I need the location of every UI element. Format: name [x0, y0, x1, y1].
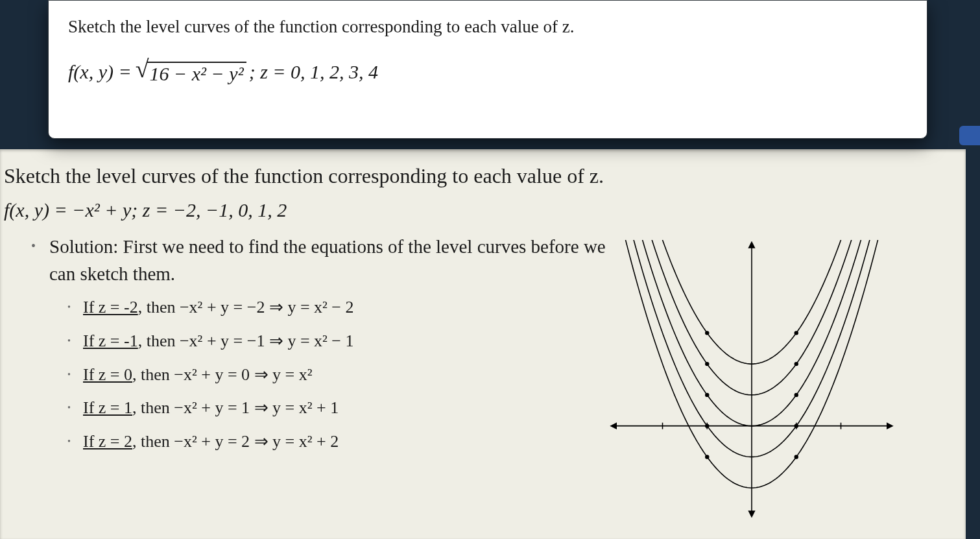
slide-prompt: Sketch the level curves of the function … [4, 162, 966, 190]
item-condition: If z = -2 [83, 298, 138, 317]
item-condition: If z = 2 [83, 432, 132, 451]
level-curve-item: If z = -1, then −x² + y = −1 ⇒ y = x² − … [67, 329, 615, 353]
question-card: Sketch the level curves of the function … [48, 0, 927, 139]
svg-point-15 [795, 331, 798, 335]
svg-point-12 [705, 362, 709, 366]
svg-point-13 [795, 362, 798, 366]
item-condition: If z = -1 [83, 331, 138, 350]
level-curve-item: If z = -2, then −x² + y = −2 ⇒ y = x² − … [67, 295, 615, 320]
level-curve-list: If z = -2, then −x² + y = −2 ⇒ y = x² − … [67, 295, 615, 453]
item-equation: , then −x² + y = 2 ⇒ y = x² + 2 [132, 432, 339, 451]
slide-body: Solution: First we need to find the equa… [31, 233, 615, 454]
solution-lead: Solution: First we need to find the equa… [31, 233, 615, 287]
svg-point-7 [795, 455, 798, 459]
item-equation: , then −x² + y = 0 ⇒ y = x² [132, 365, 313, 384]
item-condition: If z = 1 [83, 398, 132, 417]
sqrt-expression: √ 16 − x² − y² [136, 58, 246, 86]
item-equation: , then −x² + y = −1 ⇒ y = x² − 1 [138, 331, 354, 350]
item-equation: , then −x² + y = −2 ⇒ y = x² − 2 [138, 298, 354, 317]
parabola-diagram [609, 240, 894, 519]
item-equation: , then −x² + y = 1 ⇒ y = x² + 1 [132, 398, 339, 417]
item-condition: If z = 0 [83, 365, 132, 384]
svg-point-8 [705, 424, 709, 427]
question-prompt: Sketch the level curves of the function … [68, 15, 907, 38]
solution-slide: Sketch the level curves of the function … [0, 149, 966, 539]
svg-point-11 [795, 393, 798, 397]
level-curve-item: If z = 1, then −x² + y = 1 ⇒ y = x² + 1 [67, 396, 615, 420]
svg-point-9 [795, 424, 798, 427]
svg-point-10 [705, 393, 709, 397]
radical-icon: √ [136, 60, 149, 78]
svg-point-14 [705, 331, 709, 335]
level-curve-item: If z = 0, then −x² + y = 0 ⇒ y = x² [67, 363, 615, 387]
question-equation: f(x, y) = √ 16 − x² − y² ; z = 0, 1, 2, … [68, 58, 907, 86]
level-curve-item: If z = 2, then −x² + y = 2 ⇒ y = x² + 2 [67, 429, 615, 454]
z-values: ; z = 0, 1, 2, 3, 4 [249, 61, 378, 83]
equation-lhs: f(x, y) = [68, 61, 132, 83]
svg-point-6 [705, 455, 709, 459]
radicand: 16 − x² − y² [147, 62, 246, 86]
slide-function: f(x, y) = −x² + y; z = −2, −1, 0, 1, 2 [4, 199, 966, 221]
side-tab[interactable] [959, 126, 980, 145]
